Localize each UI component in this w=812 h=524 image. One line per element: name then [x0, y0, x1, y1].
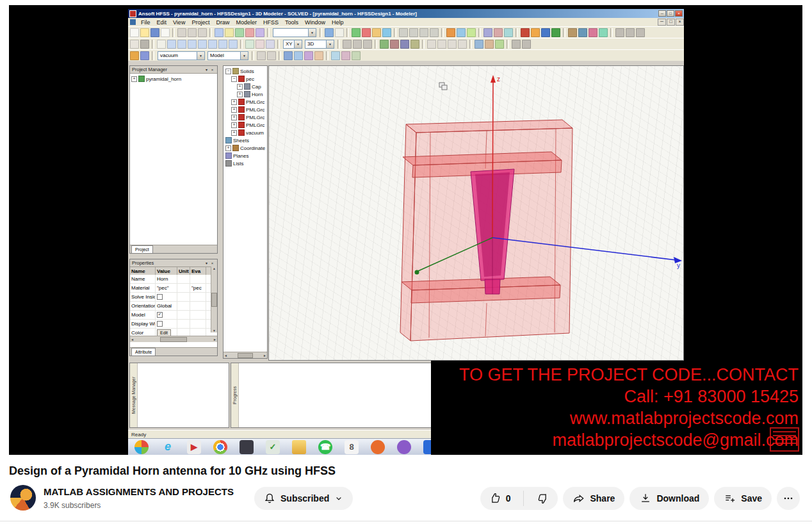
toolbar-icon[interactable] — [380, 40, 389, 49]
toolbar-icon[interactable] — [218, 40, 227, 49]
toolbar-combobox[interactable]: XY▼ — [283, 40, 302, 49]
close-panel-icon[interactable]: × — [209, 68, 215, 72]
tree-item-solids[interactable]: −Solids — [224, 67, 266, 75]
project-manager-header[interactable]: Project Manager ▾ × — [130, 66, 217, 74]
toolbar-icon[interactable] — [130, 51, 139, 60]
toolbar-icon[interactable] — [568, 28, 577, 37]
expander-icon[interactable]: + — [231, 122, 237, 128]
mdi-close-icon[interactable]: × — [676, 19, 684, 26]
toolbar-icon[interactable] — [161, 28, 170, 37]
toolbar-icon[interactable] — [494, 28, 503, 37]
toolbar-icon[interactable] — [578, 28, 587, 37]
expander-icon[interactable]: + — [231, 115, 237, 120]
toolbar-icon[interactable] — [157, 40, 166, 49]
property-value[interactable] — [156, 320, 177, 328]
tree-item-pmlgrc[interactable]: +PMLGrc — [224, 106, 266, 113]
dropdown-arrow-icon[interactable]: ▼ — [308, 29, 316, 37]
tree-item-pmlgrc[interactable]: +PMLGrc — [224, 121, 266, 129]
toolbar-icon[interactable] — [140, 28, 149, 37]
property-value[interactable]: Global — [156, 302, 177, 310]
property-row[interactable]: Model✓ — [130, 311, 217, 320]
toolbar-icon[interactable] — [504, 28, 513, 37]
toolbar-icon[interactable] — [458, 40, 467, 49]
toolbar-icon[interactable] — [167, 40, 176, 49]
toolbar-icon[interactable] — [267, 51, 276, 60]
menu-draw[interactable]: Draw — [213, 19, 232, 26]
close-panel-icon[interactable]: × — [209, 261, 215, 265]
folder-icon[interactable] — [292, 440, 306, 454]
dropdown-arrow-icon[interactable]: ▼ — [240, 52, 248, 60]
dropdown-arrow-icon[interactable]: ▼ — [197, 52, 204, 60]
pin-icon[interactable]: ▾ — [204, 261, 209, 265]
toolbar-icon[interactable] — [353, 40, 362, 49]
toolbar-icon[interactable] — [256, 28, 264, 37]
media-player-icon[interactable]: ▶ — [187, 440, 201, 454]
subscribed-button[interactable]: Subscribed — [254, 487, 353, 510]
toolbar-icon[interactable] — [615, 28, 624, 37]
toolbar-icon[interactable] — [382, 28, 391, 37]
toolbar-icon[interactable] — [352, 28, 361, 37]
tree-item-cap[interactable]: +Cap — [224, 83, 266, 90]
toolbar-icon[interactable] — [467, 28, 476, 37]
toolbar-icon[interactable] — [208, 40, 217, 49]
toolbar-icon[interactable] — [437, 40, 446, 49]
menu-help[interactable]: Help — [329, 19, 347, 26]
checkbox-checked-icon[interactable]: ✓ — [157, 312, 163, 318]
toolbar-icon[interactable] — [485, 40, 494, 49]
dislike-button[interactable] — [528, 487, 558, 510]
property-row[interactable]: Material"pec""pec — [130, 284, 217, 293]
project-tree-root[interactable]: + pyramidal_horn — [131, 75, 216, 83]
app-icon[interactable] — [397, 440, 411, 454]
toolbar-icon[interactable] — [229, 40, 238, 49]
toolbar-combobox[interactable]: 3D▼ — [305, 40, 334, 49]
channel-avatar[interactable] — [10, 485, 36, 511]
toolbar-icon[interactable] — [599, 28, 608, 37]
toolbar-icon[interactable] — [225, 28, 234, 37]
toolbar-icon[interactable] — [589, 28, 597, 37]
toolbar-icon[interactable] — [495, 40, 504, 49]
toolbar-icon[interactable] — [266, 40, 275, 49]
toolbar-icon[interactable] — [294, 51, 303, 60]
share-button[interactable]: Share — [563, 487, 624, 510]
toolbar-icon[interactable] — [198, 40, 207, 49]
checkbox-unchecked-icon[interactable] — [157, 294, 163, 300]
menu-view[interactable]: View — [170, 19, 188, 26]
tree-item-sheets[interactable]: Sheets — [224, 136, 266, 144]
menu-file[interactable]: File — [138, 19, 154, 26]
toolbar-icon[interactable] — [419, 28, 428, 37]
app-icon[interactable] — [240, 440, 254, 454]
firefox-icon[interactable] — [371, 440, 385, 454]
expander-icon[interactable]: + — [237, 92, 243, 97]
menu-edit[interactable]: Edit — [154, 19, 170, 26]
menu-project[interactable]: Project — [188, 19, 213, 26]
toolbar-icon[interactable] — [140, 40, 149, 49]
expander-icon[interactable]: + — [237, 84, 243, 90]
toolbar-icon[interactable] — [331, 51, 340, 60]
checkbox-unchecked-icon[interactable] — [157, 321, 163, 327]
toolbar-icon[interactable] — [430, 28, 439, 37]
tab-attribute[interactable]: Attribute — [131, 348, 156, 356]
menu-window[interactable]: Window — [302, 19, 329, 26]
toolbar-icon[interactable] — [483, 28, 492, 37]
toolbar-icon[interactable] — [341, 51, 350, 60]
tree-item-vacuum[interactable]: +vacuum — [224, 129, 266, 136]
toolbar-icon[interactable] — [475, 40, 483, 49]
dropdown-arrow-icon[interactable]: ▼ — [326, 40, 334, 48]
tree-item-coordinate[interactable]: +Coordinate — [224, 144, 266, 152]
toolbar-icon[interactable] — [130, 28, 139, 37]
toolbar-icon[interactable] — [390, 40, 399, 49]
pin-icon[interactable]: ▾ — [204, 67, 209, 72]
property-value[interactable] — [156, 293, 177, 301]
dropdown-arrow-icon[interactable]: ▼ — [294, 40, 302, 48]
toolbar-icon[interactable] — [521, 28, 530, 37]
toolbar-icon[interactable] — [177, 28, 186, 37]
toolbar-icon[interactable] — [448, 40, 457, 49]
toolbar-icon[interactable] — [522, 40, 531, 49]
property-row[interactable]: NameHorn — [130, 275, 217, 284]
tree-item-lists[interactable]: Lists — [224, 160, 266, 167]
toolbar-icon[interactable] — [446, 28, 455, 37]
toolbar-icon[interactable] — [335, 28, 344, 37]
menu-tools[interactable]: Tools — [282, 19, 302, 26]
property-row[interactable]: OrientationGlobal — [130, 302, 217, 311]
toolbar-icon[interactable] — [256, 40, 264, 49]
